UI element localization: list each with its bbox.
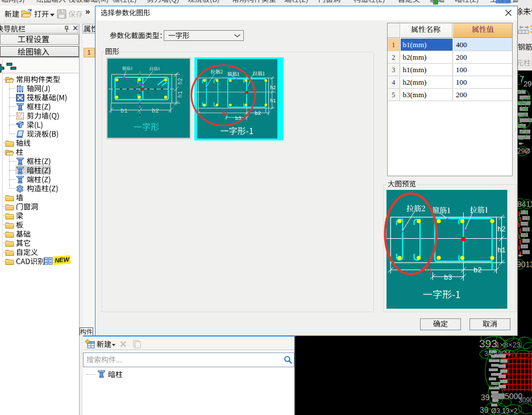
svg-text:↞: ↞ — [518, 252, 523, 259]
svg-text:1×8×23: 1×8×23 — [496, 341, 521, 349]
svg-text:b1: b1 — [222, 111, 228, 117]
svg-text:b2: b2 — [255, 111, 261, 117]
svg-text:b1: b1 — [120, 107, 128, 114]
svg-text:h1: h1 — [177, 91, 184, 98]
svg-text:29: 29 — [523, 80, 531, 88]
svg-text:h2: h2 — [177, 78, 184, 85]
svg-text:b2: b2 — [152, 107, 159, 114]
svg-text:h1: h1 — [497, 247, 505, 255]
svg-text:39: 39 — [481, 393, 490, 402]
svg-text:3090: 3090 — [518, 396, 532, 404]
svg-text:h1: h1 — [270, 98, 276, 104]
svg-text:b2: b2 — [473, 267, 481, 275]
svg-text:393: 393 — [479, 338, 497, 350]
svg-text:↞: ↞ — [518, 140, 523, 147]
svg-text:h2: h2 — [497, 226, 505, 234]
svg-text:Ø3.13×2: Ø3.13×2 — [491, 407, 518, 415]
svg-text:h2: h2 — [270, 85, 276, 91]
svg-text:b3: b3 — [444, 274, 452, 282]
